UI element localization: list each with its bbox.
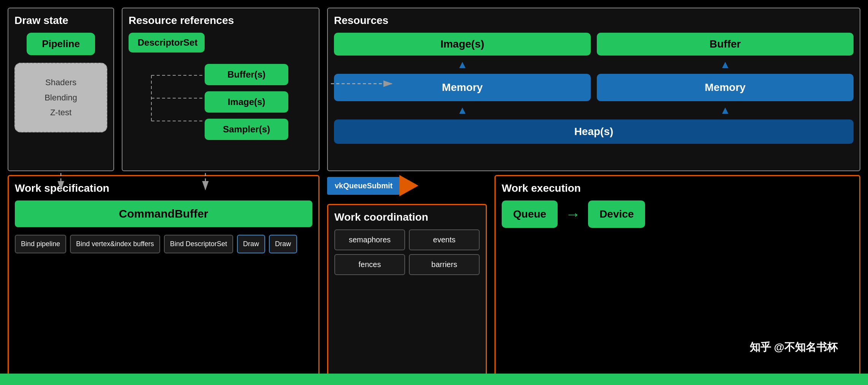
- draw-state-title: Draw state: [14, 14, 107, 27]
- cmd-draw-1: Draw: [237, 235, 265, 253]
- resources-panel: Resources Image(s) Buffer ▲ ▲ Memory Mem…: [327, 8, 860, 171]
- watermark: 知乎 @不知名书杯: [750, 340, 838, 355]
- resources-memory-2: Memory: [597, 74, 854, 101]
- buffer-s-ref: Buffer(s): [205, 64, 288, 85]
- resources-buffer: Buffer: [597, 33, 854, 56]
- command-buffer-box: CommandBuffer: [15, 200, 312, 227]
- command-items: Bind pipeline Bind vertex&index buffers …: [15, 235, 312, 253]
- shaders-content: ShadersBlendingZ-test: [23, 75, 99, 120]
- coord-semaphores: semaphores: [334, 229, 405, 250]
- middle-bottom: vkQueueSubmit Work coordination semaphor…: [327, 175, 487, 377]
- descriptor-set-box: DescriptorSet: [129, 33, 205, 52]
- work-spec-title: Work specification: [15, 182, 312, 194]
- arrow-up-left: ▲: [334, 59, 591, 71]
- coord-fences: fences: [334, 254, 405, 275]
- work-exec-title: Work execution: [502, 182, 853, 194]
- arrow-right-green: →: [565, 206, 580, 223]
- draw-state-panel: Draw state Pipeline ShadersBlendingZ-tes…: [8, 8, 114, 171]
- resources-heap: Heap(s): [334, 119, 854, 144]
- cmd-bind-vertex: Bind vertex&index buffers: [70, 235, 160, 253]
- coord-grid: semaphores events fences barriers: [334, 229, 480, 275]
- work-coord-panel: Work coordination semaphores events fenc…: [327, 204, 487, 377]
- cmd-bind-descriptor: Bind DescriptorSet: [164, 235, 233, 253]
- arrow-up-heap-right: ▲: [597, 104, 854, 116]
- vk-submit-label: vkQueueSubmit: [327, 177, 400, 195]
- device-box: Device: [588, 200, 645, 228]
- work-coord-title: Work coordination: [334, 211, 480, 223]
- vk-submit-arrow: [399, 175, 418, 196]
- coord-events: events: [409, 229, 480, 250]
- bottom-bar: [0, 374, 868, 385]
- vk-submit-section: vkQueueSubmit: [327, 175, 487, 196]
- sampler-s-ref: Sampler(s): [205, 119, 288, 140]
- image-s-ref: Image(s): [205, 91, 288, 113]
- coord-barriers: barriers: [409, 254, 480, 275]
- arrow-up-right: ▲: [597, 59, 854, 71]
- queue-box: Queue: [502, 200, 558, 228]
- cmd-draw-2: Draw: [269, 235, 297, 253]
- work-spec-panel: Work specification CommandBuffer Bind pi…: [8, 175, 320, 377]
- arrow-up-heap-left: ▲: [334, 104, 591, 116]
- resource-refs-title: Resource references: [129, 14, 313, 27]
- resources-memory-1: Memory: [334, 74, 591, 101]
- exec-inner: Queue → Device: [502, 200, 853, 228]
- resources-title: Resources: [334, 14, 854, 27]
- pipeline-box: Pipeline: [27, 33, 95, 55]
- cmd-bind-pipeline: Bind pipeline: [15, 235, 66, 253]
- resource-refs-panel: Resource references DescriptorSet: [122, 8, 320, 171]
- resources-image: Image(s): [334, 33, 591, 56]
